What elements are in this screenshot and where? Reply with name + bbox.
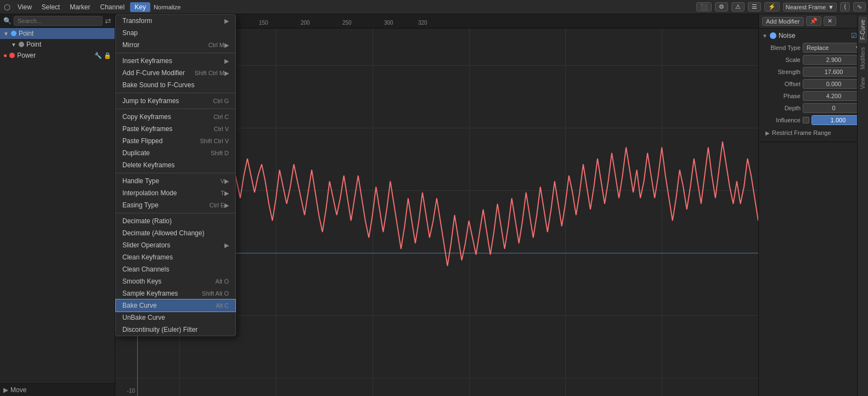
menu-bake-curve[interactable]: Bake Curve Alt C [116,299,235,312]
app-icon: ⬡ [2,2,12,12]
modifier-noise-section: ▼ Noise ☑ ✕ Blend Type Replace ▼ Scale 2… [759,29,868,142]
influence-checkbox[interactable] [803,117,809,123]
offset-label: Offset [762,81,801,87]
sep-1 [116,53,235,53]
channel-item-power[interactable]: ● Power 🔧 🔒 [0,50,115,61]
depth-value[interactable]: 0 [803,103,865,113]
menu-delete-keyframes[interactable]: Delete Keyframes [116,159,235,171]
menu-insert-keyframes[interactable]: Insert Keyframes ▶ [116,55,235,67]
settings-btn[interactable]: ⚙ [715,2,728,12]
channel-label: Point [19,30,33,37]
depth-label: Depth [762,105,801,111]
menu-key[interactable]: Key [130,2,150,12]
menu-paste-flipped[interactable]: Paste Flipped Shift Ctrl V [116,135,235,147]
restrict-frame-row[interactable]: ▶ Restrict Frame Range [762,127,865,138]
phase-value[interactable]: 4.200 [803,91,865,101]
left-panel: 🔍 ⇄ ▼ Point ▼ Point ● Power [0,14,115,396]
menu-discontinuity[interactable]: Discontinuity (Euler) Filter [116,324,235,336]
phase-label: Phase [762,93,801,99]
channel-list: ▼ Point ▼ Point ● Power 🔧 🔒 [0,28,115,383]
search-icon: 🔍 [3,17,12,25]
info-btn[interactable]: ☰ [748,2,761,12]
modifier-collapse-icon[interactable]: ▼ [762,33,768,39]
menu-unbake-curve[interactable]: UnBake Curve [116,312,235,324]
nearest-frame-select[interactable]: Nearest Frame ▼ [783,3,837,12]
menu-jump-keyframes[interactable]: Jump to Keyframes Ctrl G [116,95,235,107]
restrict-frame-label: Restrict Frame Range [772,129,831,136]
menu-copy-keyframes[interactable]: Copy Keyframes Ctrl C [116,111,235,123]
modifier-dot [770,32,776,39]
menu-channel[interactable]: Channel [96,2,129,12]
filter-btn[interactable]: ⬛ [696,2,712,12]
search-bar: 🔍 ⇄ [0,14,115,28]
depth-row: Depth 0 [762,103,865,113]
menu-snap[interactable]: Snap [116,27,235,39]
pin-btn[interactable]: 📌 [806,16,821,26]
tab-fcurve[interactable]: F-Curve [859,16,867,43]
menu-slider-operators[interactable]: Slider Operators ▶ [116,239,235,251]
menu-paste-keyframes[interactable]: Paste Keyframes Ctrl V [116,123,235,135]
modifier-name: Noise [779,32,849,39]
expand-icon: ▼ [3,31,9,37]
scale-row: Scale 2.900 [762,55,865,65]
menu-interpolation-mode[interactable]: Interpolation Mode T▶ [116,187,235,199]
menu-easing-type[interactable]: Easing Type Ctrl E▶ [116,199,235,211]
offset-row: Offset 0.000 [762,79,865,89]
modifier-noise-header: ▼ Noise ☑ ✕ [762,32,865,39]
menu-marker[interactable]: Marker [65,2,94,12]
menu-handle-type[interactable]: Handle Type V▶ [116,175,235,187]
menu-duplicate[interactable]: Duplicate Shift D [116,147,235,159]
warning-btn[interactable]: ⚠ [731,2,745,12]
influence-row: Influence 1.000 [762,115,865,125]
channel-item-point-parent[interactable]: ▼ Point [0,28,115,39]
offset-value[interactable]: 0.000 [803,79,865,89]
menu-view[interactable]: View [13,2,36,12]
scale-value[interactable]: 2.900 [803,55,865,65]
menu-smooth-keys[interactable]: Smooth Keys Alt O [116,275,235,287]
lock-icon: 🔒 [104,52,111,59]
normalize-toggle[interactable]: Normalize [154,4,181,10]
topbar-right: ⬛ ⚙ ⚠ ☰ ⚡ Nearest Frame ▼ ⟨ ∿ [696,2,866,12]
modifier-checkbox[interactable]: ☑ [851,32,857,39]
key-dropdown-menu: Transform ▶ Snap Mirror Ctrl M▶ Insert K… [115,14,236,336]
menu-select[interactable]: Select [37,2,64,12]
channel-dot-sub [19,42,24,47]
ruler-mark-200: 200 [301,20,310,26]
panel-close-btn[interactable]: ✕ [824,16,836,26]
scale-label: Scale [762,56,801,63]
menu-clean-channels[interactable]: Clean Channels [116,263,235,275]
search-input[interactable] [14,16,103,26]
ruler-mark-320: 320 [418,20,427,26]
add-modifier-btn[interactable]: Add Modifier [762,17,804,26]
channel-icons: 🔧 🔒 [94,52,111,59]
menu-sample-keyframes[interactable]: Sample Keyframes Shift Alt O [116,287,235,299]
menu-clean-keyframes[interactable]: Clean Keyframes [116,251,235,263]
menu-mirror[interactable]: Mirror Ctrl M▶ [116,39,235,51]
channel-item-point-child[interactable]: ▼ Point [0,39,115,50]
channel-label-power: Power [17,52,36,59]
blend-type-select[interactable]: Replace ▼ [803,43,865,53]
move-section[interactable]: ▶ Move [0,383,115,396]
sep-4 [116,173,235,173]
tab-modifiers[interactable]: Modifiers [859,44,867,73]
channel-dot [11,31,16,36]
snap-icon[interactable]: ⟨ [840,2,850,12]
move-chevron: ▶ [3,386,8,394]
filter2-btn[interactable]: ⚡ [764,2,780,12]
phase-row: Phase 4.200 [762,91,865,101]
expand-icon-sub: ▼ [11,42,16,48]
ruler-mark-250: 250 [342,20,352,26]
channel-label-sub: Point [26,41,41,48]
menu-add-fcurve-modifier[interactable]: Add F-Curve Modifier Shift Ctrl M▶ [116,67,235,79]
move-label-text: Move [10,386,26,394]
menu-bake-sound[interactable]: Bake Sound to F-Curves [116,79,235,91]
tab-view[interactable]: View [859,74,867,93]
strength-value[interactable]: 17.600 [803,67,865,77]
channel-dot-power [9,53,15,58]
wrench-icon: 🔧 [94,52,102,59]
ruler-mark-150: 150 [259,20,268,26]
menu-decimate-allowed[interactable]: Decimate (Allowed Change) [116,227,235,239]
extra-btn[interactable]: ∿ [853,2,866,12]
menu-transform[interactable]: Transform ▶ [116,15,235,27]
menu-decimate-ratio[interactable]: Decimate (Ratio) [116,215,235,227]
